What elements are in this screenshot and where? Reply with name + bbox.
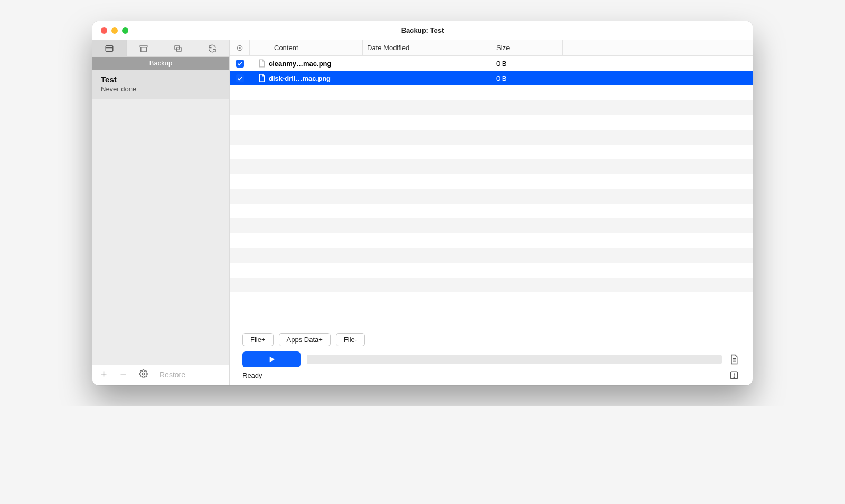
sidebar-item-subtitle: Never done	[101, 85, 221, 93]
table-row-empty	[230, 130, 753, 145]
plus-icon	[100, 370, 108, 378]
traffic-lights	[92, 27, 128, 34]
restore-button[interactable]: Restore	[159, 370, 185, 379]
column-header-content[interactable]: Content	[250, 40, 363, 55]
sidebar-tab-archive[interactable]	[127, 40, 161, 56]
sidebar-section-label: Backup	[92, 57, 229, 70]
row-rest-cell	[563, 71, 753, 85]
table-row-empty	[230, 233, 753, 248]
table-body: cleanmy…mac.png 0 B disk-dril…mac.png	[230, 56, 753, 328]
row-size-cell: 0 B	[492, 56, 563, 71]
table-row-empty	[230, 204, 753, 218]
table-row-empty	[230, 174, 753, 189]
row-date-cell	[363, 56, 492, 71]
table-row-empty	[230, 292, 753, 307]
main-panel: Content Date Modified Size cleanmy…mac.p…	[230, 40, 753, 385]
table-row-empty	[230, 189, 753, 204]
table-row-empty	[230, 278, 753, 292]
row-content-cell: cleanmy…mac.png	[250, 56, 363, 71]
action-row	[230, 349, 753, 368]
sidebar-tab-backup[interactable]	[92, 40, 127, 56]
checkbox-checked[interactable]	[236, 74, 244, 82]
table-row[interactable]: disk-dril…mac.png 0 B	[230, 71, 753, 85]
column-header-rest	[563, 40, 753, 55]
archive-icon	[139, 44, 148, 53]
sidebar-tab-clone[interactable]	[161, 40, 195, 56]
column-header-size[interactable]: Size	[492, 40, 563, 55]
target-icon	[236, 44, 243, 52]
file-icon	[258, 59, 266, 68]
table-row-empty	[230, 218, 753, 233]
table-row-empty	[230, 115, 753, 130]
apps-data-add-button[interactable]: Apps Data+	[279, 333, 331, 346]
table-row-empty	[230, 159, 753, 174]
column-header-select[interactable]	[230, 40, 250, 55]
svg-point-16	[734, 377, 735, 378]
column-header-date-modified[interactable]: Date Modified	[363, 40, 492, 55]
file-icon	[258, 74, 266, 82]
table-header: Content Date Modified Size	[230, 40, 753, 56]
row-filename: disk-dril…mac.png	[269, 74, 331, 82]
check-icon	[237, 75, 243, 81]
table-row-empty	[230, 248, 753, 263]
clone-icon	[173, 44, 183, 53]
row-rest-cell	[563, 56, 753, 71]
row-date-cell	[363, 71, 492, 85]
svg-rect-0	[106, 45, 113, 51]
minimize-icon[interactable]	[111, 27, 118, 34]
alert-icon	[729, 370, 739, 380]
file-add-button[interactable]: File+	[242, 333, 274, 346]
sidebar-item-test[interactable]: Test Never done	[92, 70, 229, 99]
file-buttons-row: File+ Apps Data+ File-	[230, 328, 753, 349]
window-body: Backup Test Never done Restore	[92, 40, 753, 385]
log-button[interactable]	[728, 354, 740, 365]
app-window: Backup: Test Backup Test	[92, 21, 753, 385]
table-row-empty	[230, 85, 753, 100]
svg-point-8	[142, 373, 144, 375]
status-label: Ready	[242, 372, 728, 379]
row-content-cell: disk-dril…mac.png	[250, 71, 363, 85]
row-size-cell: 0 B	[492, 71, 563, 85]
backup-icon	[105, 44, 114, 53]
row-checkbox-cell[interactable]	[230, 71, 250, 85]
play-icon	[267, 355, 276, 364]
file-remove-button[interactable]: File-	[336, 333, 365, 346]
window-title: Backup: Test	[92, 26, 753, 34]
settings-button[interactable]	[139, 369, 148, 380]
checkbox-checked[interactable]	[236, 60, 244, 68]
svg-point-10	[239, 47, 240, 48]
sidebar-bottom-toolbar: Restore	[92, 365, 229, 385]
table-row-empty	[230, 100, 753, 115]
row-checkbox-cell[interactable]	[230, 56, 250, 71]
remove-button[interactable]	[119, 370, 127, 379]
table-row[interactable]: cleanmy…mac.png 0 B	[230, 56, 753, 71]
sidebar-item-title: Test	[101, 75, 221, 84]
svg-rect-2	[140, 45, 147, 47]
check-icon	[237, 61, 243, 66]
gear-icon	[139, 369, 148, 378]
sync-icon	[208, 44, 217, 53]
sidebar-list: Test Never done	[92, 70, 229, 365]
document-icon	[729, 354, 739, 365]
row-filename: cleanmy…mac.png	[269, 60, 332, 68]
table-row-empty	[230, 263, 753, 278]
info-button[interactable]	[728, 370, 740, 380]
table-row-empty	[230, 145, 753, 159]
progress-bar	[307, 355, 722, 364]
titlebar: Backup: Test	[92, 21, 753, 40]
run-button[interactable]	[242, 351, 301, 367]
minus-icon	[119, 370, 127, 378]
maximize-icon[interactable]	[122, 27, 128, 34]
sidebar-tab-sync[interactable]	[195, 40, 229, 56]
add-button[interactable]	[100, 370, 108, 379]
close-icon[interactable]	[101, 27, 107, 34]
status-row: Ready	[230, 368, 753, 385]
sidebar-toolbar	[92, 40, 229, 57]
sidebar: Backup Test Never done Restore	[92, 40, 230, 385]
